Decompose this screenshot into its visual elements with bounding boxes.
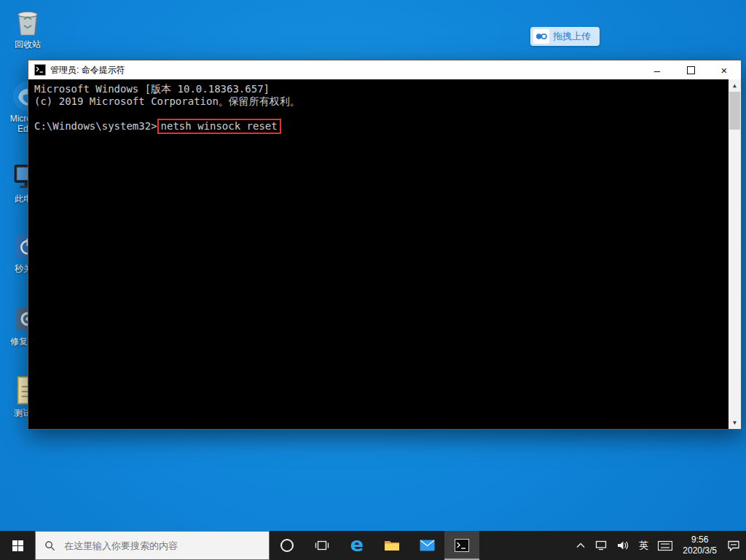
console-prompt-line: C:\Windows\system32>netsh winsock reset [34,120,723,133]
edge-icon: e [350,535,364,554]
cmd-titlebar[interactable]: 管理员: 命令提示符 – × [28,60,741,79]
windows-logo-icon [12,540,23,551]
maximize-icon [687,66,695,74]
minimize-button[interactable]: – [640,60,674,79]
network-icon [594,540,608,551]
network-button[interactable] [590,531,612,560]
start-button[interactable] [0,531,35,560]
chevron-up-icon [576,542,586,549]
window-controls: – × [640,60,741,79]
keyboard-icon [658,540,672,551]
console-line: Microsoft Windows [版本 10.0.18363.657] [34,83,723,95]
console-line: (c) 2019 Microsoft Corporation。保留所有权利。 [34,95,723,108]
cmd-titlebar-icon [34,64,46,76]
recycle-bin-icon [12,6,44,38]
touch-keyboard-button[interactable] [653,531,677,560]
cortana-icon [280,539,294,552]
desktop-icon-recycle-bin[interactable]: 回收站 [0,6,55,50]
scrollbar[interactable]: ▲ ▼ [729,79,741,429]
taskbar: e [0,531,746,560]
highlighted-command: netsh winsock reset [157,119,281,134]
cmd-taskbar-button[interactable] [444,531,479,560]
mail-icon [420,540,435,551]
upload-icon [533,29,549,44]
action-center-icon [727,540,740,552]
edge-taskbar-button[interactable]: e [339,531,374,560]
ime-indicator[interactable]: 英 [634,531,653,560]
cortana-button[interactable] [270,531,305,560]
scroll-down-icon[interactable]: ▼ [729,417,741,429]
taskbar-search[interactable] [35,531,270,560]
mail-button[interactable] [409,531,444,560]
clock-date: 2020/3/5 [683,545,717,556]
clock[interactable]: 9:56 2020/3/5 [677,535,723,556]
task-view-icon [315,539,329,552]
window-title: 管理员: 命令提示符 [50,64,125,76]
cmd-window: 管理员: 命令提示符 – × Microsoft Windows [版本 10.… [28,60,742,430]
file-explorer-button[interactable] [374,531,409,560]
speaker-icon [616,540,629,551]
volume-button[interactable] [612,531,634,560]
close-button[interactable]: × [707,60,741,79]
system-tray: 英 9:56 2020/3/5 [571,531,746,560]
cmd-icon [455,539,469,552]
upload-button[interactable]: 拖拽上传 [530,27,600,46]
search-icon [44,540,55,551]
action-center-button[interactable] [723,531,745,560]
folder-icon [384,539,400,552]
console-prompt: C:\Windows\system32> [34,120,157,132]
console-output[interactable]: Microsoft Windows [版本 10.0.18363.657] (c… [28,79,741,429]
search-input[interactable] [63,540,248,552]
upload-button-label: 拖拽上传 [553,30,600,43]
console-blank-line [34,108,723,120]
scrollbar-thumb[interactable] [729,92,740,130]
maximize-button[interactable] [674,60,707,79]
desktop-icon-label: 回收站 [0,39,55,50]
scroll-up-icon[interactable]: ▲ [729,79,741,92]
tray-expand-button[interactable] [571,531,590,560]
task-view-button[interactable] [305,531,339,560]
clock-time: 9:56 [691,535,708,545]
